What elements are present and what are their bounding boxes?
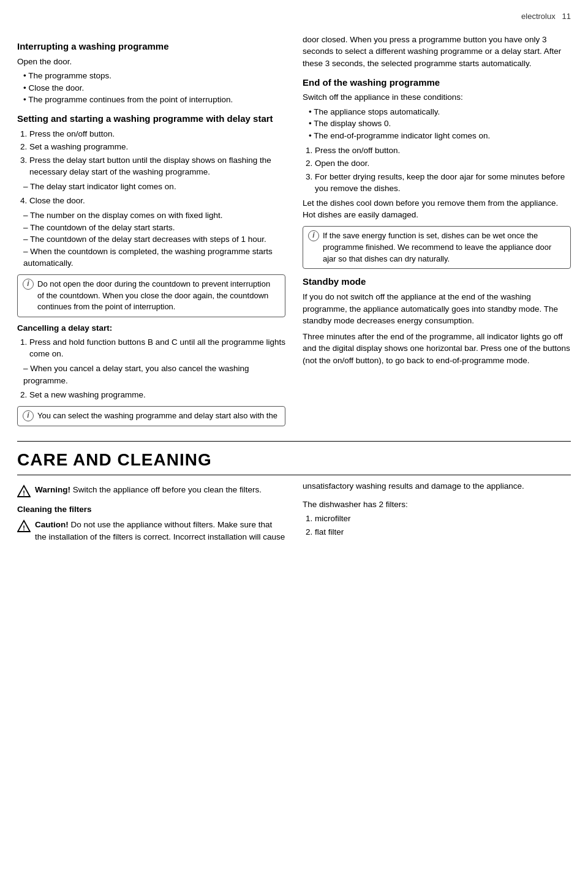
section5-text1: If you do not switch off the appliance a…	[303, 291, 571, 327]
care-divider	[17, 475, 571, 475]
info-box-2: i You can select the washing programme a…	[17, 406, 285, 426]
caution-text: Caution! Do not use the appliance withou…	[35, 519, 285, 543]
svg-text:!: !	[23, 489, 25, 497]
section2-step4: Close the door.	[17, 195, 285, 207]
caution-label: Caution!	[35, 520, 69, 529]
section5-title: Standby mode	[303, 275, 571, 288]
section4-title: End of the washing programme	[303, 76, 571, 89]
list-item: Open the door.	[315, 157, 571, 170]
page-number: 11	[562, 12, 571, 21]
section5-text2: Three minutes after the end of the progr…	[303, 331, 571, 367]
dishwasher-text: The dishwasher has 2 filters:	[303, 499, 571, 511]
section2-steps: Press the on/off button. Set a washing p…	[17, 128, 285, 178]
list-item: Press the delay start button until the d…	[29, 154, 285, 178]
caution-box: ! Caution! Do not use the appliance with…	[17, 519, 285, 545]
section3-step2: Set a new washing programme.	[17, 389, 285, 401]
filter-list: microfilter flat filter	[303, 513, 571, 538]
section3-dash: When you cancel a delay start, you also …	[17, 363, 285, 386]
left-column: Interrupting a washing programme Open th…	[17, 34, 285, 431]
page: electrolux 11 Interrupting a washing pro…	[0, 0, 588, 885]
caution-body: Do not use the appliance without filters…	[35, 520, 285, 541]
list-item: microfilter	[315, 513, 571, 525]
right-text1: door closed. When you press a programme …	[303, 34, 571, 70]
list-item: Close the door.	[29, 195, 285, 207]
list-item: Set a washing programme.	[29, 141, 285, 153]
list-item: The end-of-programme indicator light com…	[309, 130, 571, 142]
svg-text:!: !	[23, 524, 25, 532]
section3-steps: Press and hold function buttons B and C …	[17, 336, 285, 360]
list-item: Press and hold function buttons B and C …	[29, 336, 285, 360]
right-column: door closed. When you press a programme …	[303, 34, 571, 431]
bottom-left: ! Warning! Switch the appliance off befo…	[17, 480, 285, 549]
section4-note: Let the dishes cool down before you remo…	[303, 197, 571, 221]
list-item: Press the on/off button.	[29, 128, 285, 140]
info3-text: If the save energy function is set, dish…	[323, 231, 551, 263]
section1-list: The programme stops. Close the door. The…	[17, 70, 285, 106]
warning-box: ! Warning! Switch the appliance off befo…	[17, 484, 285, 499]
section4-intro: Switch off the appliance in these condit…	[303, 91, 571, 104]
info-icon-3: i	[308, 230, 319, 241]
info-box-1: i Do not open the door during the countd…	[17, 274, 285, 318]
list-item: Press the on/off button.	[315, 145, 571, 157]
brand-name: electrolux	[521, 12, 556, 21]
care-right-text: unsatisfactory washing results and damag…	[303, 480, 571, 492]
care-title: CARE AND CLEANING	[17, 448, 571, 473]
list-item: The appliance stops automatically.	[309, 106, 571, 118]
info1-text: Do not open the door during the countdow…	[37, 279, 270, 312]
section1-open: Open the door.	[17, 56, 285, 68]
bottom-two-col: ! Warning! Switch the appliance off befo…	[17, 480, 571, 549]
section2-title: Setting and starting a washing programme…	[17, 112, 285, 126]
list-item: Close the door.	[23, 82, 285, 94]
page-header: electrolux 11	[17, 11, 571, 25]
list-item: When the countdown is completed, the was…	[23, 246, 285, 269]
section3-title: Cancelling a delay start:	[17, 322, 285, 334]
warning-text: Warning! Switch the appliance off before…	[35, 484, 262, 496]
caution-icon: !	[17, 519, 31, 533]
section4-steps: Press the on/off button. Open the door. …	[303, 145, 571, 195]
bottom-right: unsatisfactory washing results and damag…	[303, 480, 571, 549]
info-icon-1: i	[23, 279, 34, 290]
section1-title: Interrupting a washing programme	[17, 40, 285, 53]
list-item: Set a new washing programme.	[29, 389, 285, 401]
info2-text: You can select the washing programme and…	[37, 411, 277, 420]
list-item: flat filter	[315, 526, 571, 538]
list-item: The number on the display comes on with …	[23, 209, 285, 222]
list-item: The programme stops.	[23, 70, 285, 82]
list-item: For better drying results, keep the door…	[315, 171, 571, 195]
info-box-3: i If the save energy function is set, di…	[303, 226, 571, 269]
warning-body: Switch the appliance off before you clea…	[73, 485, 262, 494]
list-item: The countdown of the delay start starts.	[23, 222, 285, 234]
list-item: The display shows 0.	[309, 118, 571, 130]
list-item: When you cancel a delay start, you also …	[23, 363, 285, 386]
list-item: The countdown of the delay start decreas…	[23, 233, 285, 246]
section2-dashes: The number on the display comes on with …	[17, 209, 285, 269]
warning-label: Warning!	[35, 485, 70, 494]
section4-bullets: The appliance stops automatically. The d…	[303, 106, 571, 142]
warning-icon: !	[17, 484, 31, 498]
section2-dash1: The delay start indicator light comes on…	[17, 181, 285, 193]
section-divider	[17, 441, 571, 442]
filters-title: Cleaning the filters	[17, 503, 285, 516]
list-item: The programme continues from the point o…	[23, 94, 285, 106]
main-two-col: Interrupting a washing programme Open th…	[17, 34, 571, 431]
list-item: The delay start indicator light comes on…	[23, 181, 285, 193]
info-icon-2: i	[23, 410, 34, 421]
